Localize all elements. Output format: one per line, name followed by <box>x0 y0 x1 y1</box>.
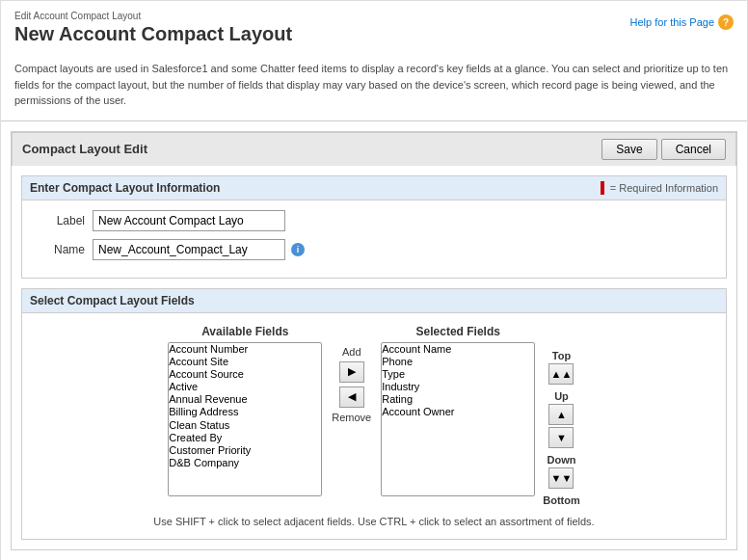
label-row: Label <box>30 210 718 231</box>
list-item[interactable]: Type <box>382 368 534 381</box>
name-row: Name i <box>30 239 718 260</box>
breadcrumb: Edit Account Compact Layout <box>14 11 734 21</box>
order-col: Top ▲▲ Up ▲ ▼ Down ▼▼ Bo <box>535 346 580 506</box>
required-bar-icon <box>601 181 604 195</box>
enter-info-header: Enter Compact Layout Information = Requi… <box>22 176 726 200</box>
name-info-icon[interactable]: i <box>291 243 305 256</box>
section-bar: Compact Layout Edit Save Cancel <box>12 132 736 166</box>
hint-text: Use SHIFT + click to select adjacent fie… <box>32 516 716 527</box>
required-text: = Required Information <box>610 182 718 194</box>
list-item[interactable]: Active <box>169 381 321 393</box>
selected-fields-label: Selected Fields <box>381 325 535 338</box>
list-item[interactable]: Account Number <box>169 343 321 356</box>
top-button[interactable]: ▲▲ <box>548 363 574 385</box>
remove-label: Remove <box>332 412 371 423</box>
down-button[interactable]: ▼ <box>548 427 574 448</box>
bottom-group: ▼▼ Bottom <box>543 467 580 506</box>
form-body: Label Name i <box>22 200 726 278</box>
section-bar-buttons: Save Cancel <box>601 139 726 160</box>
list-item[interactable]: Account Source <box>169 368 321 381</box>
help-link[interactable]: Help for this Page ? <box>630 14 734 30</box>
name-field-input[interactable] <box>93 239 285 260</box>
enter-info-title: Enter Compact Layout Information <box>30 181 220 195</box>
page-title: New Account Compact Layout <box>14 23 734 45</box>
up-button[interactable]: ▲ <box>548 404 574 425</box>
list-item[interactable]: Phone <box>382 356 534 368</box>
list-item[interactable]: Account Name <box>382 343 534 356</box>
available-fields-list[interactable]: Account Number Account Site Account Sour… <box>168 342 322 496</box>
section-bar-title: Compact Layout Edit <box>22 142 147 156</box>
top-label: Top <box>552 350 571 361</box>
list-item[interactable]: Rating <box>382 393 534 406</box>
up-label: Up <box>554 390 569 402</box>
remove-button[interactable]: ◀ <box>339 387 364 408</box>
select-fields-title: Select Compact Layout Fields <box>30 294 195 307</box>
list-item[interactable]: Annual Revenue <box>169 393 321 406</box>
required-info: = Required Information <box>601 181 718 195</box>
label-field-input[interactable] <box>93 210 285 231</box>
bottom-button[interactable]: ▼▼ <box>548 467 574 489</box>
fields-body: Available Fields Account Number Account … <box>22 313 726 539</box>
add-remove-col: Add ▶ ◀ Remove <box>322 346 381 423</box>
top-cancel-button[interactable]: Cancel <box>661 139 726 160</box>
label-field-label: Label <box>30 214 93 227</box>
name-input-group: i <box>93 239 305 260</box>
help-icon: ? <box>718 14 734 30</box>
fields-columns: Available Fields Account Number Account … <box>32 325 716 506</box>
available-fields-label: Available Fields <box>168 325 322 338</box>
select-fields-section: Select Compact Layout Fields Available F… <box>21 288 727 540</box>
list-item[interactable]: D&B Company <box>169 457 321 469</box>
list-item[interactable]: Customer Priority <box>169 444 321 457</box>
list-item[interactable]: Industry <box>382 381 534 393</box>
select-fields-header: Select Compact Layout Fields <box>22 289 726 313</box>
enter-info-section: Enter Compact Layout Information = Requi… <box>21 175 727 279</box>
list-item[interactable]: Clean Status <box>169 419 321 432</box>
add-button[interactable]: ▶ <box>339 361 364 383</box>
description-text: Compact layouts are used in Salesforce1 … <box>1 53 747 121</box>
top-save-button[interactable]: Save <box>601 139 656 160</box>
list-item[interactable]: Account Site <box>169 356 321 368</box>
list-item[interactable]: Billing Address <box>169 406 321 418</box>
add-label: Add <box>342 346 361 358</box>
selected-fields-list[interactable]: Account Name Phone Type Industry Rating … <box>381 342 535 496</box>
down-label: Down <box>548 454 576 466</box>
bottom-label: Bottom <box>543 494 580 506</box>
top-group: Top ▲▲ <box>548 346 574 385</box>
down-group: ▼ Down <box>548 427 576 466</box>
up-group: Up ▲ <box>548 387 574 425</box>
available-fields-col: Available Fields Account Number Account … <box>168 325 322 496</box>
list-item[interactable]: Created By <box>169 432 321 444</box>
compact-layout-edit-section: Compact Layout Edit Save Cancel Enter Co… <box>11 131 737 550</box>
name-field-label: Name <box>30 243 93 256</box>
selected-fields-col: Selected Fields Account Name Phone Type … <box>381 325 535 496</box>
list-item[interactable]: Account Owner <box>382 406 534 418</box>
help-label: Help for this Page <box>630 16 714 28</box>
